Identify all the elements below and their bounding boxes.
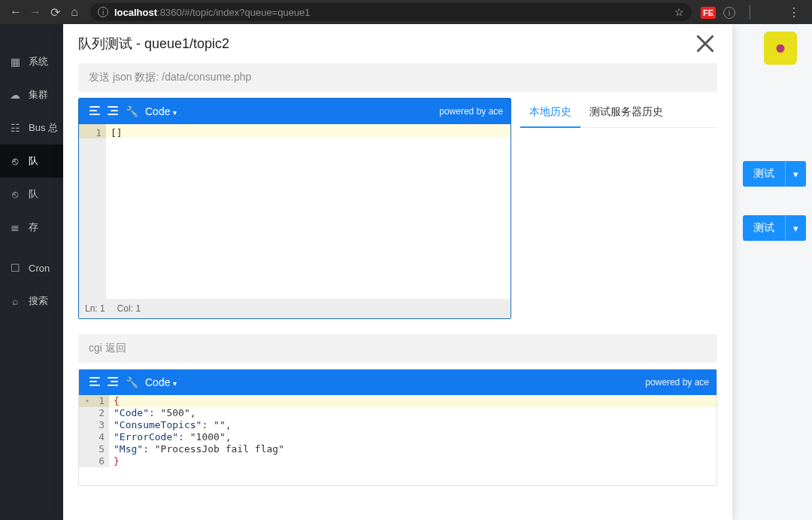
chevron-down-icon: ▾ [173,108,177,117]
language-dropdown[interactable]: Code▾ [145,105,177,117]
outdent-icon[interactable] [105,105,123,118]
sidebar-item-label: Cron [29,263,50,274]
history-panel: 本地历史 测试服务器历史 [520,98,717,319]
request-panel-header: 发送 json 数据: /data/consume.php [78,63,717,92]
sidebar-item-cluster[interactable]: ☁集群 [0,78,63,111]
editor-toolbar: 🔧 Code▾ powered by ace [79,99,511,124]
extension-info-icon[interactable]: i [719,5,740,19]
code-text: "ErrorCode": "1000", [109,431,717,443]
row-action-1: 测试 ▾ [743,161,806,187]
code-text: "ConsumeTopics": "", [109,419,717,431]
code-area[interactable]: 1 [] [79,124,511,299]
test-button[interactable]: 测试 [743,215,785,241]
row-action-2: 测试 ▾ [743,215,806,241]
line-number: 1 [79,124,106,138]
line-number: 6 [79,455,109,467]
response-editor: 🔧 Code▾ powered by ace ▾1{2 "Code": "500… [78,369,717,486]
response-panel-header: cgi 返回 [78,334,717,363]
code-text: } [109,455,717,467]
editor-statusbar: Ln: 1 Col: 1 [79,299,511,318]
site-info-icon[interactable]: i [98,7,108,17]
sidebar-item-label: 队 [29,187,38,201]
status-col: Col: 1 [117,303,141,314]
close-icon[interactable] [692,30,719,57]
address-bar[interactable]: i localhost:8360/#/topic/index?queue=que… [90,3,692,21]
sidebar-item-label: 系统 [29,55,48,68]
code-area[interactable]: ▾1{2 "Code": "500",3 "ConsumeTopics": ""… [79,395,717,485]
forward-icon[interactable]: → [26,5,45,19]
extension-divider: │ [740,5,761,19]
bus-icon: ☷ [9,122,21,134]
line-number: 5 [79,443,109,455]
test-modal: 队列测试 - queue1/topic2 发送 json 数据: /data/c… [63,24,732,520]
bookmark-star-icon[interactable]: ☆ [674,6,684,18]
sidebar-item-cron[interactable]: ☐Cron [0,251,63,284]
sidebar-item-label: 存 [29,220,38,234]
sidebar: ▦系统 ☁集群 ☷Bus 总 ⎋队 ⎋队 ≣存 ☐Cron ⌕搜索 [0,24,63,520]
status-line: Ln: 1 [85,303,105,314]
code-line: [] [106,124,511,138]
reload-icon[interactable]: ⟳ [45,5,65,20]
code-line: 2 "Code": "500", [79,407,717,419]
calendar-icon: ☐ [9,262,21,274]
modal-title: 队列测试 - queue1/topic2 [78,30,717,63]
language-dropdown[interactable]: Code▾ [145,376,177,388]
sidebar-item-label: Bus 总 [29,121,58,135]
powered-by-label: powered by ace [439,106,503,117]
back-icon[interactable]: ← [6,5,26,19]
extension-fe[interactable]: FE [698,5,719,19]
sidebar-item-storage[interactable]: ≣存 [0,211,63,244]
indent-icon[interactable] [86,376,105,389]
url-port: :8360 [157,7,182,18]
sidebar-item-search[interactable]: ⌕搜索 [0,284,63,318]
editor-toolbar: 🔧 Code▾ powered by ace [79,369,717,395]
request-editor: 🔧 Code▾ powered by ace 1 [] Ln: 1 Col: 1 [78,98,511,319]
topic-icon: ⎋ [9,155,21,167]
sidebar-item-topic2[interactable]: ⎋队 [0,178,63,211]
url-host: localhost [114,7,157,18]
search-icon: ⌕ [9,295,21,307]
powered-by-label: powered by ace [645,377,709,388]
sidebar-item-label: 集群 [29,88,48,102]
sidebar-item-label: 队 [29,154,38,168]
page: ▦系统 ☁集群 ☷Bus 总 ⎋队 ⎋队 ≣存 ☐Cron ⌕搜索 测试 ▾ 测… [0,24,812,520]
line-number: ▾1 [79,395,109,407]
url-path: /#/topic/index?queue=queue1 [182,7,311,18]
code-line: 6} [79,455,717,467]
line-number: 3 [79,419,109,431]
home-icon[interactable]: ⌂ [65,5,84,19]
cluster-icon: ☁ [9,89,21,101]
history-tabs: 本地历史 测试服务器历史 [520,98,717,128]
sidebar-item-topic1[interactable]: ⎋队 [0,144,63,178]
sidebar-item-bus[interactable]: ☷Bus 总 [0,111,63,144]
sidebar-item-label: 搜索 [29,294,48,308]
editor-area: 🔧 Code▾ powered by ace 1 [] Ln: 1 Col: 1 [78,98,717,319]
code-text: "Msg": "ProcessJob fail flag" [109,443,717,455]
code-line: 5 "Msg": "ProcessJob fail flag" [79,443,717,455]
topic-icon: ⎋ [9,188,21,200]
database-icon: ≣ [9,221,21,233]
wrench-icon[interactable]: 🔧 [123,105,141,117]
test-button[interactable]: 测试 [743,161,785,187]
test-dropdown-caret[interactable]: ▾ [785,161,806,187]
code-line: ▾1{ [79,395,717,407]
tab-server-history[interactable]: 测试服务器历史 [580,98,672,127]
app-avatar[interactable] [764,32,797,65]
sidebar-item-system[interactable]: ▦系统 [0,45,63,78]
code-text: "Code": "500", [109,407,717,419]
line-number: 4 [79,431,109,443]
chrome-menu-icon[interactable]: ⋮ [782,5,806,20]
test-dropdown-caret[interactable]: ▾ [785,215,806,241]
code-line: 4 "ErrorCode": "1000", [79,431,717,443]
indent-icon[interactable] [86,105,105,118]
code-line: 3 "ConsumeTopics": "", [79,419,717,431]
browser-toolbar: ← → ⟳ ⌂ i localhost:8360/#/topic/index?q… [0,0,812,24]
code-text: { [109,395,717,407]
tab-local-history[interactable]: 本地历史 [520,98,580,128]
chevron-down-icon: ▾ [173,379,177,388]
outdent-icon[interactable] [105,376,123,389]
grid-icon: ▦ [9,56,21,68]
line-number: 2 [79,407,109,419]
wrench-icon[interactable]: 🔧 [123,376,141,388]
